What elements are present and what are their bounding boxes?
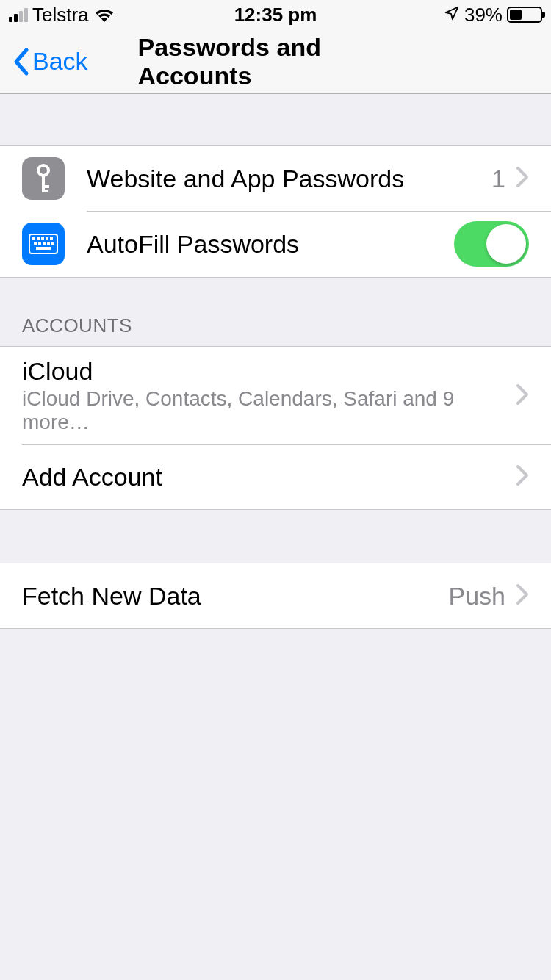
page-title: Passwords and Accounts <box>138 33 414 90</box>
svg-rect-7 <box>41 237 44 240</box>
battery-percent: 39% <box>464 4 503 26</box>
svg-rect-1 <box>42 175 45 191</box>
cellular-signal-icon <box>9 7 28 22</box>
location-icon <box>444 4 460 26</box>
svg-rect-13 <box>47 242 50 245</box>
status-time: 12:35 pm <box>234 4 317 26</box>
accounts-group: iCloud iCloud Drive, Contacts, Calendars… <box>0 346 551 510</box>
svg-rect-11 <box>38 242 41 245</box>
fetch-value: Push <box>449 582 506 610</box>
status-left: Telstra <box>9 4 115 26</box>
password-count: 1 <box>491 165 505 193</box>
svg-rect-5 <box>32 237 35 240</box>
wifi-icon <box>93 7 115 23</box>
fetch-group: Fetch New Data Push <box>0 563 551 629</box>
row-title: AutoFill Passwords <box>87 230 454 259</box>
row-title: Add Account <box>22 463 516 491</box>
fetch-new-data-row[interactable]: Fetch New Data Push <box>0 563 551 628</box>
back-button[interactable]: Back <box>12 47 88 76</box>
chevron-right-icon <box>516 166 529 191</box>
svg-rect-15 <box>36 247 51 250</box>
svg-rect-2 <box>42 185 49 188</box>
status-bar: Telstra 12:35 pm 39% <box>0 0 551 29</box>
row-subtitle: iCloud Drive, Contacts, Calendars, Safar… <box>22 387 516 434</box>
svg-rect-9 <box>50 237 53 240</box>
key-icon <box>22 157 65 200</box>
navigation-bar: Back Passwords and Accounts <box>0 29 551 94</box>
account-icloud-row[interactable]: iCloud iCloud Drive, Contacts, Calendars… <box>0 347 551 444</box>
battery-icon <box>507 7 542 23</box>
chevron-right-icon <box>516 464 529 489</box>
chevron-right-icon <box>516 383 529 408</box>
row-title: Fetch New Data <box>22 582 449 610</box>
add-account-row[interactable]: Add Account <box>0 444 551 509</box>
autofill-passwords-row: AutoFill Passwords <box>0 211 551 277</box>
accounts-section-header: ACCOUNTS <box>0 278 551 346</box>
svg-rect-14 <box>51 242 54 245</box>
row-title: Website and App Passwords <box>87 165 491 193</box>
svg-rect-10 <box>34 242 37 245</box>
svg-rect-8 <box>46 237 48 240</box>
svg-point-0 <box>38 165 48 176</box>
svg-rect-6 <box>37 237 40 240</box>
back-label: Back <box>32 47 88 76</box>
chevron-right-icon <box>516 583 529 608</box>
autofill-toggle[interactable] <box>454 221 529 267</box>
row-title: iCloud <box>22 357 516 386</box>
keyboard-icon <box>22 223 65 265</box>
passwords-group: Website and App Passwords 1 AutoFill Pas… <box>0 145 551 278</box>
website-app-passwords-row[interactable]: Website and App Passwords 1 <box>0 146 551 211</box>
carrier-label: Telstra <box>32 4 89 26</box>
chevron-left-icon <box>12 47 29 76</box>
svg-rect-3 <box>42 190 48 192</box>
status-right: 39% <box>444 4 542 26</box>
svg-rect-12 <box>43 242 46 245</box>
